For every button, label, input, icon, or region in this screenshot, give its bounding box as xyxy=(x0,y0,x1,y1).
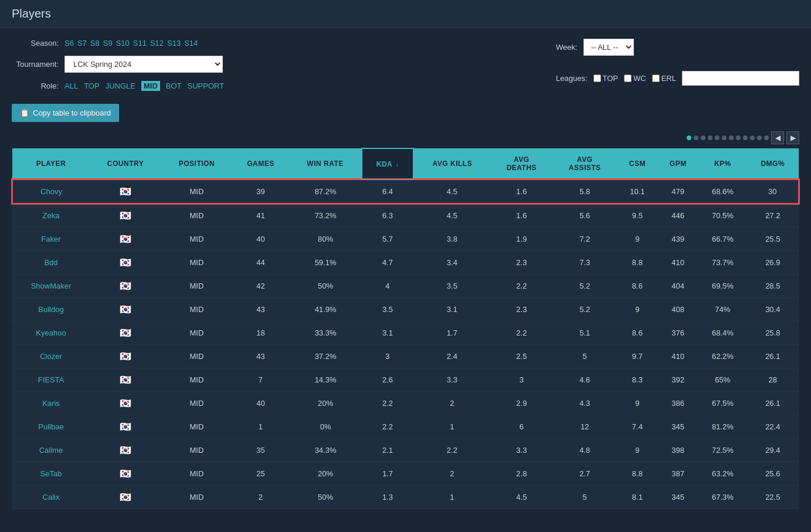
cell-win_rate: 50% xyxy=(289,275,362,298)
league-top-checkbox[interactable] xyxy=(593,74,601,82)
cell-player[interactable]: Callme xyxy=(12,439,90,462)
table-row: Bulldog🇰🇷MID4341.9%3.53.12.35.2940874%30… xyxy=(12,298,799,321)
cell-kda: 2.2 xyxy=(362,392,413,415)
week-select[interactable]: -- ALL -- Week 1 Week 2 Week 3 Week 4 xyxy=(583,39,634,56)
cell-avg_kills: 3.4 xyxy=(413,251,491,275)
cell-games: 43 xyxy=(232,298,289,321)
col-kda[interactable]: KDA ↓ xyxy=(362,148,413,179)
cell-win_rate: 73.2% xyxy=(289,204,362,228)
cell-games: 18 xyxy=(232,321,289,345)
league-wc-label[interactable]: WC xyxy=(624,74,646,83)
player-name-link[interactable]: Clozer xyxy=(40,352,62,361)
table-row: Pullbae🇰🇷MID10%2.216127.434581.2%22.4 xyxy=(12,415,799,439)
cell-avg_deaths: 2.2 xyxy=(491,321,552,345)
season-s9[interactable]: S9 xyxy=(103,39,113,48)
cell-player[interactable]: FIESTA xyxy=(12,368,90,392)
cell-position: MID xyxy=(161,392,232,415)
dot-11 xyxy=(757,135,762,140)
cell-player[interactable]: Chovy xyxy=(12,179,90,204)
league-top-label[interactable]: TOP xyxy=(593,74,619,83)
season-s8[interactable]: S8 xyxy=(90,39,100,48)
col-csm[interactable]: CSM xyxy=(617,148,657,179)
col-country[interactable]: COUNTRY xyxy=(90,148,161,179)
copy-table-button[interactable]: 📋 Copy table to clipboard xyxy=(12,104,119,122)
cell-player[interactable]: Pullbae xyxy=(12,415,90,439)
cell-kda: 1.3 xyxy=(362,486,413,509)
col-win-rate[interactable]: WIN RATE xyxy=(289,148,362,179)
col-position[interactable]: POSITION xyxy=(161,148,232,179)
cell-games: 35 xyxy=(232,439,289,462)
pagination-next[interactable]: ▶ xyxy=(786,131,799,144)
col-avg-assists[interactable]: AVGASSISTS xyxy=(552,148,617,179)
league-wc-checkbox[interactable] xyxy=(624,74,632,82)
role-top[interactable]: TOP xyxy=(84,82,100,90)
cell-player[interactable]: Faker xyxy=(12,228,90,251)
page-header: Players xyxy=(0,0,811,28)
player-name-link[interactable]: Pullbae xyxy=(38,422,63,431)
cell-player[interactable]: Bdd xyxy=(12,251,90,275)
player-name-link[interactable]: ShowMaker xyxy=(31,282,72,290)
cell-player[interactable]: Clozer xyxy=(12,345,90,368)
cell-player[interactable]: ShowMaker xyxy=(12,275,90,298)
leagues-search-input[interactable] xyxy=(682,71,799,86)
col-kp[interactable]: KP% xyxy=(698,148,746,179)
cell-avg_kills: 4.5 xyxy=(413,204,491,228)
player-name-link[interactable]: Calix xyxy=(43,493,60,501)
cell-player[interactable]: Bulldog xyxy=(12,298,90,321)
cell-dmg: 22.4 xyxy=(747,415,799,439)
cell-position: MID xyxy=(161,321,232,345)
cell-csm: 8.6 xyxy=(617,321,657,345)
country-flag: 🇰🇷 xyxy=(120,398,131,408)
pagination-prev[interactable]: ◀ xyxy=(771,131,784,144)
cell-player[interactable]: Karis xyxy=(12,392,90,415)
player-name-link[interactable]: Bdd xyxy=(44,258,57,267)
player-name-link[interactable]: Chovy xyxy=(40,187,62,196)
player-name-link[interactable]: Bulldog xyxy=(38,305,63,314)
cell-games: 40 xyxy=(232,392,289,415)
role-all[interactable]: ALL xyxy=(65,82,78,90)
col-avg-kills[interactable]: AVG KILLS xyxy=(413,148,491,179)
league-erl-label[interactable]: ERL xyxy=(652,74,676,83)
cell-gpm: 392 xyxy=(657,368,698,392)
player-name-link[interactable]: Callme xyxy=(39,446,63,455)
cell-dmg: 25.5 xyxy=(747,228,799,251)
page-title: Players xyxy=(12,7,51,20)
role-mid[interactable]: MID xyxy=(141,81,160,91)
league-erl-checkbox[interactable] xyxy=(652,74,660,82)
season-s12[interactable]: S12 xyxy=(150,39,164,48)
player-name-link[interactable]: Kyeahoo xyxy=(36,328,66,337)
col-dmg[interactable]: DMG% xyxy=(747,148,799,179)
role-bot[interactable]: BOT xyxy=(166,82,182,90)
player-name-link[interactable]: Karis xyxy=(42,399,60,408)
cell-player[interactable]: SeTab xyxy=(12,462,90,486)
cell-dmg: 27.2 xyxy=(747,204,799,228)
role-support[interactable]: SUPPORT xyxy=(188,82,225,90)
col-games[interactable]: GAMES xyxy=(232,148,289,179)
tournament-select[interactable]: LCK Spring 2024 LCK Summer 2024 LCS Spri… xyxy=(65,56,223,73)
season-s10[interactable]: S10 xyxy=(116,39,130,48)
cell-position: MID xyxy=(161,439,232,462)
col-player[interactable]: PLAYER xyxy=(12,148,90,179)
cell-kp: 73.7% xyxy=(698,251,746,275)
table-row: ShowMaker🇰🇷MID4250%43.52.25.28.640469.5%… xyxy=(12,275,799,298)
season-s14[interactable]: S14 xyxy=(184,39,198,48)
cell-win_rate: 41.9% xyxy=(289,298,362,321)
season-s11[interactable]: S11 xyxy=(133,39,147,48)
player-name-link[interactable]: FIESTA xyxy=(38,375,65,384)
player-name-link[interactable]: Faker xyxy=(41,235,60,243)
season-s6[interactable]: S6 xyxy=(65,39,74,48)
cell-gpm: 410 xyxy=(657,251,698,275)
role-jungle[interactable]: JUNGLE xyxy=(106,82,135,90)
season-s13[interactable]: S13 xyxy=(167,39,181,48)
cell-player[interactable]: Kyeahoo xyxy=(12,321,90,345)
col-avg-deaths[interactable]: AVGDEATHS xyxy=(491,148,552,179)
col-gpm[interactable]: GPM xyxy=(657,148,698,179)
sort-arrow-icon: ↓ xyxy=(396,161,399,168)
season-s7[interactable]: S7 xyxy=(77,39,87,48)
cell-player[interactable]: Zeka xyxy=(12,204,90,228)
player-name-link[interactable]: SeTab xyxy=(40,469,62,478)
cell-player[interactable]: Calix xyxy=(12,486,90,509)
cell-kda: 4.7 xyxy=(362,251,413,275)
player-name-link[interactable]: Zeka xyxy=(43,211,60,220)
country-flag: 🇰🇷 xyxy=(120,187,131,196)
